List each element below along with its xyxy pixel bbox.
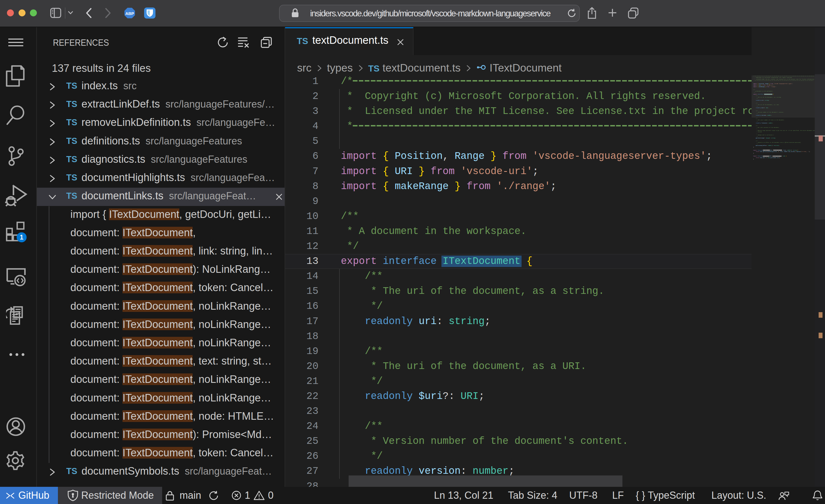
svg-text:ABP: ABP xyxy=(125,11,134,16)
